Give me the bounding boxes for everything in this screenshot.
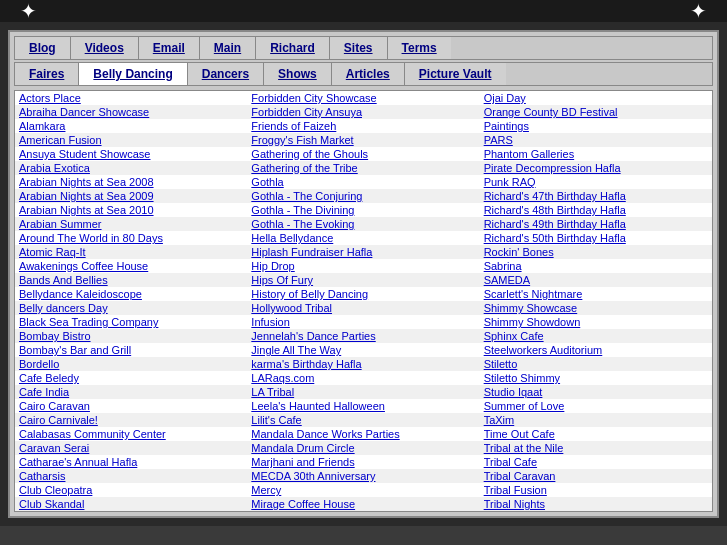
subnav-item-articles[interactable]: Articles xyxy=(332,63,405,85)
table-cell-link[interactable]: Tribal at the Nile xyxy=(484,442,564,454)
table-cell-link[interactable]: Studio Iqaat xyxy=(484,386,543,398)
table-cell-link[interactable]: Gothla xyxy=(251,176,283,188)
table-cell-link[interactable]: Cafe Beledy xyxy=(19,372,79,384)
nav-item-email[interactable]: Email xyxy=(139,37,200,59)
table-cell-link[interactable]: Catharsis xyxy=(19,470,65,482)
table-cell-link[interactable]: Arabia Exotica xyxy=(19,162,90,174)
table-cell-link[interactable]: Tribal Cafe xyxy=(484,456,537,468)
table-cell-link[interactable]: Arabian Summer xyxy=(19,218,102,230)
table-cell-link[interactable]: Paintings xyxy=(484,120,529,132)
table-cell-link[interactable]: Arabian Nights at Sea 2009 xyxy=(19,190,154,202)
table-cell-link[interactable]: MECDA 30th Anniversary xyxy=(251,470,375,482)
table-cell-link[interactable]: Actors Place xyxy=(19,92,81,104)
table-cell-link[interactable]: Gathering of the Tribe xyxy=(251,162,357,174)
table-cell-link[interactable]: Arabian Nights at Sea 2010 xyxy=(19,204,154,216)
table-cell-link[interactable]: Richard's 50th Birthday Hafla xyxy=(484,232,626,244)
table-cell-link[interactable]: Bombay's Bar and Grill xyxy=(19,344,131,356)
table-cell-link[interactable]: Bordello xyxy=(19,358,59,370)
table-cell-link[interactable]: Friends of Faizeh xyxy=(251,120,336,132)
table-cell-link[interactable]: Abraiha Dancer Showcase xyxy=(19,106,149,118)
table-cell-link[interactable]: Mercy xyxy=(251,484,281,496)
table-cell-link[interactable]: Jennelah's Dance Parties xyxy=(251,330,375,342)
table-cell-link[interactable]: Punk RAQ xyxy=(484,176,536,188)
table-cell-link[interactable]: Stiletto Shimmy xyxy=(484,372,560,384)
table-cell-link[interactable]: Bellydance Kaleidoscope xyxy=(19,288,142,300)
subnav-item-dancers[interactable]: Dancers xyxy=(188,63,264,85)
table-cell-link[interactable]: Tribal Caravan xyxy=(484,470,556,482)
table-cell-link[interactable]: Catharae's Annual Hafla xyxy=(19,456,137,468)
table-cell-link[interactable]: Ansuya Student Showcase xyxy=(19,148,150,160)
table-cell-link[interactable]: Atomic Raq-It xyxy=(19,246,86,258)
table-cell-link[interactable]: LARaqs.com xyxy=(251,372,314,384)
table-cell-link[interactable]: Shimmy Showdown xyxy=(484,316,581,328)
table-cell-link[interactable]: Lilit's Cafe xyxy=(251,414,301,426)
table-cell-link[interactable]: Froggy's Fish Market xyxy=(251,134,353,146)
subnav-item-shows[interactable]: Shows xyxy=(264,63,332,85)
table-cell-link[interactable]: SAMEDA xyxy=(484,274,530,286)
nav-item-main[interactable]: Main xyxy=(200,37,256,59)
nav-item-blog[interactable]: Blog xyxy=(15,37,71,59)
table-cell-link[interactable]: Bands And Bellies xyxy=(19,274,108,286)
table-cell-link[interactable]: Stiletto xyxy=(484,358,518,370)
table-cell-link[interactable]: Pirate Decompression Hafla xyxy=(484,162,621,174)
table-cell-link[interactable]: Hollywood Tribal xyxy=(251,302,332,314)
table-cell-link[interactable]: TaXim xyxy=(484,414,515,426)
table-cell-link[interactable]: Forbidden City Ansuya xyxy=(251,106,362,118)
table-cell-link[interactable]: karma's Birthday Hafla xyxy=(251,358,361,370)
subnav-item-belly-dancing[interactable]: Belly Dancing xyxy=(79,63,187,85)
table-cell-link[interactable]: Infusion xyxy=(251,316,290,328)
table-cell-link[interactable]: Forbidden City Showcase xyxy=(251,92,376,104)
table-cell-link[interactable]: Arabian Nights at Sea 2008 xyxy=(19,176,154,188)
table-cell-link[interactable]: Phantom Galleries xyxy=(484,148,575,160)
table-cell-link[interactable]: Gothla - The Conjuring xyxy=(251,190,362,202)
nav-item-richard[interactable]: Richard xyxy=(256,37,330,59)
table-cell-link[interactable]: Gothla - The Evoking xyxy=(251,218,354,230)
table-cell-link[interactable]: Steelworkers Auditorium xyxy=(484,344,603,356)
nav-item-terms[interactable]: Terms xyxy=(388,37,451,59)
table-cell-link[interactable]: Leela's Haunted Halloween xyxy=(251,400,385,412)
table-cell-link[interactable]: Around The World in 80 Days xyxy=(19,232,163,244)
table-cell-link[interactable]: Cairo Carnivale! xyxy=(19,414,98,426)
table-cell-link[interactable]: Summer of Love xyxy=(484,400,565,412)
table-cell-link[interactable]: Ojai Day xyxy=(484,92,526,104)
table-cell-link[interactable]: Richard's 48th Birthday Hafla xyxy=(484,204,626,216)
table-cell-link[interactable]: Hips Of Fury xyxy=(251,274,313,286)
table-cell-link[interactable]: Richard's 47th Birthday Hafla xyxy=(484,190,626,202)
subnav-item-faires[interactable]: Faires xyxy=(15,63,79,85)
table-cell-link[interactable]: History of Belly Dancing xyxy=(251,288,368,300)
table-cell-link[interactable]: Marjhani and Friends xyxy=(251,456,354,468)
table-cell-link[interactable]: Sabrina xyxy=(484,260,522,272)
table-cell-link[interactable]: Scarlett's Nightmare xyxy=(484,288,583,300)
table-cell-link[interactable]: Cafe India xyxy=(19,386,69,398)
table-cell-link[interactable]: Awakenings Coffee House xyxy=(19,260,148,272)
table-cell-link[interactable]: Mandala Dance Works Parties xyxy=(251,428,399,440)
table-cell-link[interactable]: Orange County BD Festival xyxy=(484,106,618,118)
table-cell-link[interactable]: Belly dancers Day xyxy=(19,302,108,314)
table-cell-link[interactable]: Tribal Fusion xyxy=(484,484,547,496)
table-cell-link[interactable]: Calabasas Community Center xyxy=(19,428,166,440)
table-cell-link[interactable]: Time Out Cafe xyxy=(484,428,555,440)
table-cell-link[interactable]: Alamkara xyxy=(19,120,65,132)
table-cell-link[interactable]: Mandala Drum Circle xyxy=(251,442,354,454)
table-cell-link[interactable]: Gothla - The Divining xyxy=(251,204,354,216)
nav-item-sites[interactable]: Sites xyxy=(330,37,388,59)
table-cell-link[interactable]: Club Skandal xyxy=(19,498,84,510)
table-cell-link[interactable]: Jingle All The Way xyxy=(251,344,341,356)
table-cell-link[interactable]: Mirage Coffee House xyxy=(251,498,355,510)
table-cell-link[interactable]: LA Tribal xyxy=(251,386,294,398)
table-cell-link[interactable]: Caravan Serai xyxy=(19,442,89,454)
table-cell-link[interactable]: American Fusion xyxy=(19,134,102,146)
table-cell-link[interactable]: PARS xyxy=(484,134,513,146)
table-cell-link[interactable]: Tribal Nights xyxy=(484,498,545,510)
subnav-item-picture-vault[interactable]: Picture Vault xyxy=(405,63,506,85)
table-cell-link[interactable]: Hip Drop xyxy=(251,260,294,272)
table-cell-link[interactable]: Cairo Caravan xyxy=(19,400,90,412)
nav-item-videos[interactable]: Videos xyxy=(71,37,139,59)
table-cell-link[interactable]: Shimmy Showcase xyxy=(484,302,578,314)
table-cell-link[interactable]: Rockin' Bones xyxy=(484,246,554,258)
table-cell-link[interactable]: Gathering of the Ghouls xyxy=(251,148,368,160)
table-cell-link[interactable]: Sphinx Cafe xyxy=(484,330,544,342)
table-cell-link[interactable]: Hella Bellydance xyxy=(251,232,333,244)
table-cell-link[interactable]: Bombay Bistro xyxy=(19,330,91,342)
table-cell-link[interactable]: Club Cleopatra xyxy=(19,484,92,496)
